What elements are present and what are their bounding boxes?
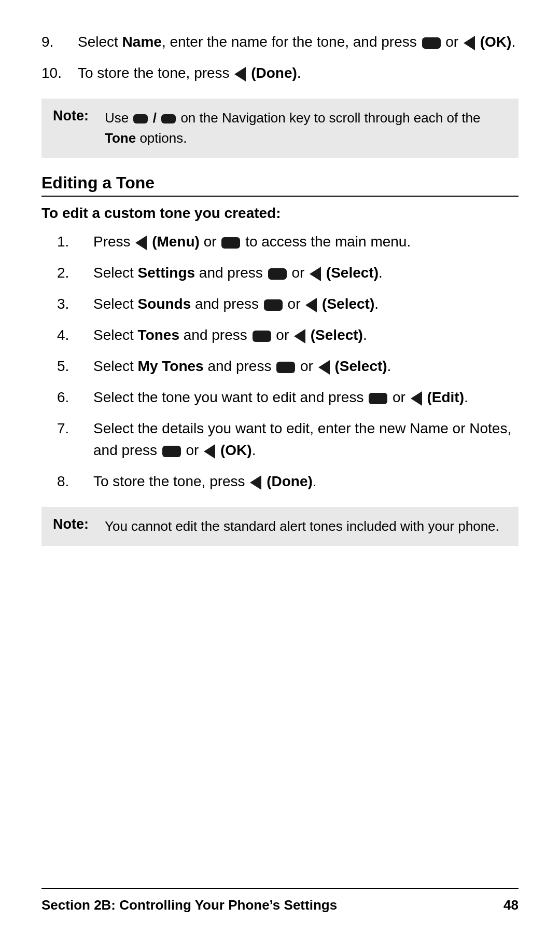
edit-step-8-text: To store the tone, press (Done). (93, 471, 519, 492)
edit-step-6-number: 6. (57, 387, 93, 408)
edit-steps-list: 1. Press (Menu) or to access the main me… (57, 231, 519, 492)
step-10: 10. To store the tone, press (Done). (41, 62, 519, 84)
step-9: 9. Select Name, enter the name for the t… (41, 31, 519, 53)
edit-step-2-text: Select Settings and press or (Select). (93, 262, 519, 284)
edit-step-3-text: Select Sounds and press or (Select). (93, 293, 519, 315)
btn-arrow-settings (310, 267, 321, 281)
btn-arrow-store (250, 475, 261, 490)
edit-step-4: 4. Select Tones and press or (Select). (57, 324, 519, 346)
edit-step-6: 6. Select the tone you want to edit and … (57, 387, 519, 408)
edit-step-8: 8. To store the tone, press (Done). (57, 471, 519, 492)
note-label-1: Note: (53, 108, 94, 124)
edit-step-8-number: 8. (57, 471, 93, 492)
btn-arrow-menu (135, 236, 147, 250)
btn-arrow-done (234, 67, 246, 81)
note-box-2: Note: You cannot edit the standard alert… (41, 507, 519, 546)
edit-step-1-number: 1. (57, 231, 93, 253)
btn-icon-ok (422, 37, 441, 49)
edit-step-3-number: 3. (57, 293, 93, 315)
btn-arrow-tones (294, 329, 305, 344)
step-9-text: Select Name, enter the name for the tone… (78, 31, 519, 53)
note-text-2: You cannot edit the standard alert tones… (105, 516, 499, 537)
edit-step-7: 7. Select the details you want to edit, … (57, 418, 519, 461)
btn-arrow-mytones (318, 360, 330, 375)
edit-step-4-number: 4. (57, 324, 93, 346)
edit-step-2-number: 2. (57, 262, 93, 284)
edit-step-7-number: 7. (57, 418, 93, 461)
note-box-1: Note: Use / on the Navigation key to scr… (41, 99, 519, 158)
btn-icon-nav-up (133, 114, 148, 123)
slash-icon: / (153, 110, 157, 126)
btn-icon-editok (162, 446, 181, 457)
step-9-number: 9. (41, 31, 78, 53)
edit-step-6-text: Select the tone you want to edit and pre… (93, 387, 519, 408)
note-label-2: Note: (53, 516, 94, 532)
btn-arrow-sounds (305, 298, 317, 312)
note-text-1: Use / on the Navigation key to scroll th… (105, 108, 507, 148)
footer-section: Section 2B: Controlling Your Phone’s Set… (41, 897, 337, 913)
btn-arrow-editok (204, 444, 215, 459)
edit-step-3: 3. Select Sounds and press or (Select). (57, 293, 519, 315)
btn-icon-menu (221, 237, 240, 249)
edit-step-1-text: Press (Menu) or to access the main menu. (93, 231, 519, 253)
btn-icon-mytones (276, 362, 295, 373)
edit-step-5: 5. Select My Tones and press or (Select)… (57, 355, 519, 377)
edit-step-4-text: Select Tones and press or (Select). (93, 324, 519, 346)
edit-step-5-text: Select My Tones and press or (Select). (93, 355, 519, 377)
edit-step-1: 1. Press (Menu) or to access the main me… (57, 231, 519, 253)
edit-step-2: 2. Select Settings and press or (Select)… (57, 262, 519, 284)
page-footer: Section 2B: Controlling Your Phone’s Set… (41, 888, 519, 913)
btn-icon-nav-down (161, 114, 176, 123)
step-10-text: To store the tone, press (Done). (78, 62, 519, 84)
edit-step-7-text: Select the details you want to edit, ent… (93, 418, 519, 461)
section-heading: Editing a Tone (41, 173, 519, 197)
page-content: 9. Select Name, enter the name for the t… (0, 0, 560, 602)
btn-icon-edit (369, 393, 387, 404)
step-10-number: 10. (41, 62, 78, 84)
edit-step-5-number: 5. (57, 355, 93, 377)
btn-arrow-edit (411, 391, 422, 406)
btn-icon-settings (268, 268, 287, 280)
subsection-heading: To edit a custom tone you created: (41, 205, 519, 222)
btn-icon-tones (253, 331, 271, 342)
btn-icon-sounds (264, 299, 283, 311)
btn-arrow-ok (464, 36, 475, 50)
footer-page: 48 (503, 897, 519, 913)
